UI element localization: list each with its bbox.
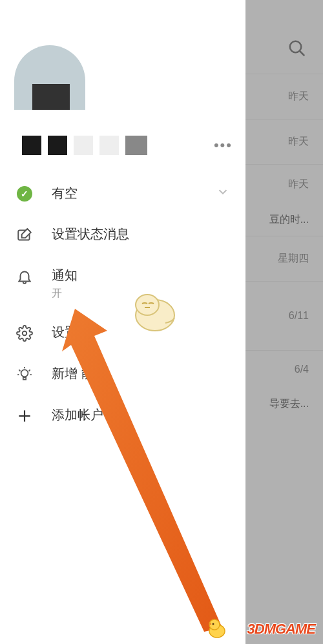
svg-point-0 [290,41,302,53]
svg-line-7 [29,369,30,371]
watermark-chick-icon [205,617,227,639]
lightbulb-icon [14,365,35,383]
set-status-message-item[interactable]: 设置状态消息 [0,214,245,255]
chat-preview: 导要去... [260,397,309,411]
status-label: 有空 [52,185,199,202]
chat-row[interactable]: 昨天 豆的时... [245,164,323,236]
avatar[interactable] [14,45,85,110]
chat-preview: 豆的时... [260,213,309,227]
svg-line-1 [300,51,305,56]
chat-date: 6/4 [260,364,309,375]
chat-row[interactable]: 昨天 [245,119,323,164]
search-button[interactable] [245,29,323,74]
chat-row[interactable]: 星期四 [245,236,323,281]
chat-date: 6/11 [260,310,309,322]
whats-new-item[interactable]: 新增 能 [0,353,245,395]
background-chat-list: 昨天 昨天 昨天 豆的时... 星期四 6/11 6/4 导要去... [245,0,323,644]
chat-row[interactable]: 昨天 [245,74,323,119]
settings-label: 设置 [52,324,230,341]
available-status-icon [17,186,32,202]
svg-point-18 [213,623,214,625]
settings-item[interactable]: 设置 [0,312,245,353]
svg-line-6 [19,369,20,371]
svg-rect-10 [23,377,26,379]
add-account-item[interactable]: 添加帐户 [0,395,245,436]
svg-point-3 [23,331,27,336]
chat-row[interactable]: 6/4 导要去... [245,350,323,420]
add-account-label: 添加帐户 [52,406,230,424]
search-icon [287,39,307,58]
status-message-label: 设置状态消息 [52,225,230,243]
chevron-down-icon [216,185,230,202]
chat-row[interactable]: 6/11 [245,281,323,350]
whats-new-label: 新增 能 [52,365,230,382]
watermark-text: 3DMGAME [247,621,315,638]
plus-icon [14,406,35,424]
side-drawer: ••• 有空 设置状态消息 通知 [0,0,245,644]
status-item[interactable]: 有空 [0,173,245,214]
user-name-redacted [22,136,147,155]
gear-icon [14,324,35,342]
bell-icon [14,267,35,285]
svg-point-4 [21,369,28,377]
notifications-item[interactable]: 通知 开 [0,255,245,312]
chat-date: 昨天 [260,135,309,149]
chat-date: 昨天 [260,90,309,103]
chat-date: 星期四 [260,252,309,265]
more-icon[interactable]: ••• [214,137,233,154]
edit-icon [14,225,35,244]
notifications-label: 通知 [52,267,78,284]
notifications-value: 开 [52,287,78,300]
chat-date: 昨天 [260,178,309,191]
